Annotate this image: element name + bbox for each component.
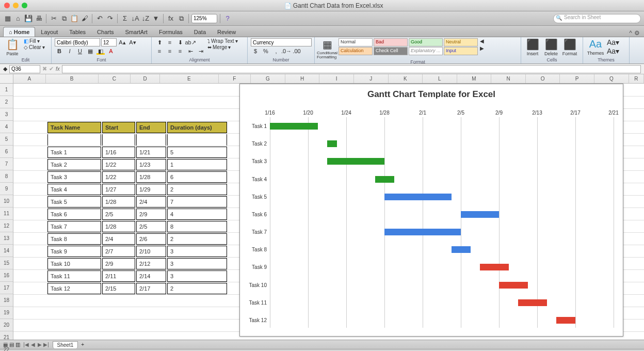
table-cell[interactable]: 2/4 xyxy=(102,233,135,245)
gantt-bar[interactable] xyxy=(452,246,471,253)
style-scroll-down-icon[interactable]: ▶ xyxy=(480,45,484,51)
table-cell[interactable]: 6 xyxy=(167,171,227,183)
conditional-formatting-button[interactable]: ▦Conditional Formatting xyxy=(318,38,336,59)
gantt-bar[interactable] xyxy=(480,264,509,270)
table-cell[interactable]: 4 xyxy=(167,209,227,220)
decrease-font-icon[interactable]: A▾ xyxy=(128,38,137,46)
paste-icon[interactable]: 📋 xyxy=(70,14,79,23)
col-header[interactable]: F xyxy=(219,74,251,83)
row-header[interactable]: 18 xyxy=(0,294,13,307)
decrease-decimal-icon[interactable]: .0→ xyxy=(282,47,291,55)
sort-asc-icon[interactable]: ↓A xyxy=(131,14,140,23)
font-size-combo[interactable] xyxy=(101,38,117,46)
copy-icon[interactable]: ⧉ xyxy=(59,14,69,23)
gantt-bar[interactable] xyxy=(270,123,318,130)
col-header[interactable]: H xyxy=(285,74,320,83)
orientation-icon[interactable]: ab↗ xyxy=(186,38,195,46)
tab-review[interactable]: Review xyxy=(212,27,242,37)
table-cell[interactable]: Task 11 xyxy=(47,270,101,282)
table-cell[interactable]: 2/9 xyxy=(136,209,166,220)
clear-icon[interactable]: ◇ xyxy=(24,44,28,50)
row-header[interactable]: 6 xyxy=(0,146,13,158)
table-cell[interactable]: Task 3 xyxy=(47,171,101,183)
fx-label[interactable]: fx xyxy=(56,66,60,72)
align-right-icon[interactable]: ≡ xyxy=(175,47,185,55)
gantt-bar[interactable] xyxy=(327,140,337,147)
table-cell[interactable]: Task 1 xyxy=(47,147,101,158)
number-format-combo[interactable] xyxy=(251,38,312,46)
themes-button[interactable]: AaThemes xyxy=(586,38,605,56)
table-cell[interactable]: 5 xyxy=(167,147,227,158)
table-cell[interactable]: 3 xyxy=(167,270,227,282)
style-neutral[interactable]: Neutral xyxy=(444,38,478,46)
row-header[interactable]: 4 xyxy=(0,121,13,133)
bold-button[interactable]: B xyxy=(55,47,64,55)
cut-icon[interactable]: ✂ xyxy=(49,14,58,23)
formula-input[interactable] xyxy=(62,65,641,73)
percent-icon[interactable]: % xyxy=(261,47,270,55)
align-left-icon[interactable]: ≡ xyxy=(155,47,164,55)
align-top-icon[interactable]: ⬆ xyxy=(155,38,164,46)
tab-layout[interactable]: Layout xyxy=(35,27,63,37)
row-header[interactable]: 2 xyxy=(0,96,13,108)
table-cell[interactable]: Task 7 xyxy=(47,221,101,232)
col-header[interactable]: O xyxy=(526,74,560,83)
sheet-tab[interactable]: Sheet1 xyxy=(53,341,78,348)
add-sheet-icon[interactable]: + xyxy=(81,342,84,347)
col-header[interactable]: J xyxy=(354,74,389,83)
table-cell[interactable]: 1/29 xyxy=(136,184,166,195)
align-bottom-icon[interactable]: ⬇ xyxy=(175,38,185,46)
style-bad[interactable]: Bad xyxy=(374,38,408,46)
table-cell[interactable]: 2/11 xyxy=(102,270,135,282)
row-header[interactable]: 17 xyxy=(0,282,13,294)
col-header[interactable]: E xyxy=(160,74,219,83)
table-cell[interactable]: 2/10 xyxy=(136,246,166,257)
table-cell[interactable]: 1/23 xyxy=(136,159,166,170)
name-box[interactable] xyxy=(9,65,40,73)
table-cell[interactable]: Task 9 xyxy=(47,246,101,257)
ribbon-collapse-icon[interactable]: ^ xyxy=(629,29,632,37)
tab-formulas[interactable]: Formulas xyxy=(153,27,188,37)
style-scroll-up-icon[interactable]: ◀ xyxy=(480,38,484,44)
sheet-prev-icon[interactable]: ◀ xyxy=(30,342,36,347)
row-header[interactable]: 7 xyxy=(0,158,13,170)
style-input[interactable]: Input xyxy=(444,47,478,55)
sheet-first-icon[interactable]: |◀ xyxy=(23,342,29,347)
style-normal[interactable]: Normal xyxy=(339,38,373,46)
col-header[interactable]: P xyxy=(560,74,594,83)
col-header[interactable]: G xyxy=(251,74,285,83)
autosum-icon[interactable]: Σ xyxy=(120,14,130,23)
home-icon[interactable]: ⌂ xyxy=(13,14,23,23)
fill-color-icon[interactable]: ◧ xyxy=(96,47,105,55)
table-cell[interactable]: 2/9 xyxy=(102,258,135,269)
font-name-combo[interactable] xyxy=(55,38,100,46)
col-header[interactable]: R xyxy=(629,74,644,83)
currency-icon[interactable]: $ xyxy=(251,47,260,55)
tab-tables[interactable]: Tables xyxy=(63,27,91,37)
table-cell[interactable]: 1/22 xyxy=(102,171,135,183)
gantt-bar[interactable] xyxy=(384,194,452,200)
indent-increase-icon[interactable]: ⇥ xyxy=(196,47,205,55)
row-header[interactable]: 8 xyxy=(0,170,13,183)
table-cell[interactable]: 7 xyxy=(167,196,227,208)
col-header[interactable]: L xyxy=(423,74,457,83)
tab-data[interactable]: Data xyxy=(188,27,212,37)
delete-button[interactable]: ⬛Delete xyxy=(543,38,559,56)
format-button[interactable]: ⬛Format xyxy=(561,38,578,56)
indent-decrease-icon[interactable]: ⇤ xyxy=(186,47,195,55)
underline-button[interactable]: U xyxy=(75,47,85,55)
table-cell[interactable]: 1/28 xyxy=(102,196,135,208)
table-cell[interactable]: 2/15 xyxy=(102,283,135,294)
style-explanatory[interactable]: Explanatory ... xyxy=(409,47,443,55)
wrap-text-icon[interactable]: ⤵ xyxy=(207,38,210,44)
increase-font-icon[interactable]: A▴ xyxy=(118,38,127,46)
gantt-bar[interactable] xyxy=(375,176,394,183)
tab-home[interactable]: ⌂ Home xyxy=(3,27,35,37)
gear-icon[interactable]: ⚙ xyxy=(634,29,640,37)
select-all-corner[interactable] xyxy=(0,74,13,84)
sheet-next-icon[interactable]: ▶ xyxy=(37,342,43,347)
col-header[interactable]: N xyxy=(491,74,526,83)
table-cell[interactable]: Task 12 xyxy=(47,283,101,294)
row-header[interactable]: 21 xyxy=(0,331,13,344)
zoom-combo[interactable] xyxy=(191,14,217,23)
